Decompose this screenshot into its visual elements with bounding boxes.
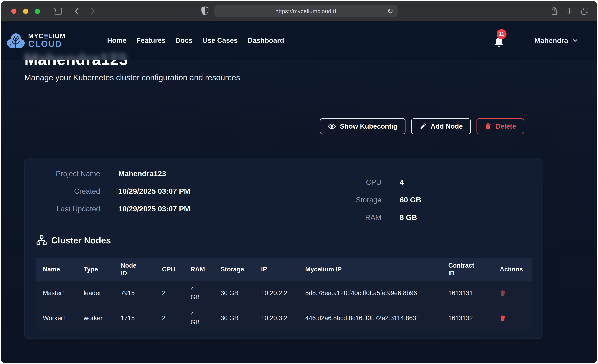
back-button-icon[interactable] <box>74 7 81 16</box>
storage-label: Storage <box>290 196 382 204</box>
node-row-worker1: Worker1 worker 1715 2 4 GB 30 GB 10.20.3… <box>36 305 532 331</box>
project-name-label: Project Name <box>25 170 100 178</box>
cell-node-id: 7915 <box>114 281 156 305</box>
page-subtitle: Manage your Kubernetes cluster configura… <box>25 73 240 82</box>
pencil-icon <box>419 123 427 130</box>
window-controls <box>11 9 40 14</box>
chevron-down-icon <box>572 37 578 44</box>
cluster-nodes-heading: Cluster Nodes <box>36 235 111 245</box>
page-title-blur-ghost: Mahendra123 <box>25 51 126 60</box>
user-menu[interactable]: Mahendra <box>534 36 578 45</box>
notification-count-badge: 11 <box>497 29 507 39</box>
cell-name: Master1 <box>36 281 77 305</box>
screenshot-root: https://myceliumcloud.tf ↻ <box>0 0 598 364</box>
cell-cpu: 2 <box>156 305 184 331</box>
tab-overview-icon[interactable] <box>581 7 589 15</box>
nav-item-docs[interactable]: Docs <box>175 36 192 44</box>
minimize-window-button[interactable] <box>23 9 28 14</box>
cell-contract-id: 1613131 <box>442 281 493 305</box>
cell-mycelium-ip: 5d8:78ea:a120:f40c:ff0f:a5fe:99e6:8b96 <box>299 281 442 305</box>
cell-contract-id: 1613132 <box>442 305 493 331</box>
eye-icon <box>328 122 336 130</box>
cell-actions <box>493 281 532 305</box>
site-navbar: Mahendra123 <box>1 21 597 60</box>
add-node-label: Add Node <box>431 123 463 130</box>
project-name-value: Mahendra123 <box>118 169 166 178</box>
delete-label: Delete <box>496 123 516 130</box>
nav-item-dashboard[interactable]: Dashboard <box>248 36 284 44</box>
col-header-storage: Storage <box>214 258 255 281</box>
delete-node-button[interactable] <box>500 290 506 297</box>
cell-ip: 10.20.2.2 <box>255 281 299 305</box>
cell-ip: 10.20.3.2 <box>255 305 299 331</box>
delete-node-button[interactable] <box>500 315 506 322</box>
cell-storage: 30 GB <box>214 281 255 305</box>
add-node-button[interactable]: Add Node <box>411 118 471 134</box>
logo-wordmark: MYCLIUM CLOUD <box>28 33 66 48</box>
share-icon[interactable] <box>550 7 558 16</box>
trash-icon <box>485 123 492 130</box>
show-kubeconfig-button[interactable]: Show Kubeconfig <box>320 118 406 134</box>
col-header-type: Type <box>77 258 114 281</box>
cell-mycelium-ip: 446:d2a6:8bcd:8c16:ff0f:72e2:3114:863f <box>299 305 442 331</box>
last-updated-value: 10/29/2025 03:07 PM <box>118 205 190 213</box>
ram-value: 8 GB <box>400 213 417 222</box>
ram-label: RAM <box>290 213 382 222</box>
table-header-row: Name Type Node ID CPU RAM Storage IP Myc… <box>36 258 532 281</box>
nav-item-home[interactable]: Home <box>107 36 126 44</box>
col-header-contract-id: Contract ID <box>442 258 493 281</box>
logo-line1-post: LIUM <box>48 33 66 39</box>
cell-storage: 30 GB <box>214 305 255 331</box>
cell-cpu: 2 <box>156 281 184 305</box>
address-bar[interactable]: https://myceliumcloud.tf ↻ <box>214 5 398 17</box>
cell-type: leader <box>77 281 114 305</box>
cell-ram: 4 GB <box>184 281 214 305</box>
new-tab-icon[interactable] <box>565 7 573 15</box>
browser-window: https://myceliumcloud.tf ↻ <box>1 1 597 363</box>
created-value: 10/29/2025 03:07 PM <box>118 187 190 196</box>
col-header-cpu: CPU <box>156 258 184 281</box>
cell-name: Worker1 <box>36 305 77 331</box>
logo-line1-pre: MYC <box>28 33 44 39</box>
show-kubeconfig-label: Show Kubeconfig <box>340 123 397 130</box>
delete-cluster-button[interactable]: Delete <box>476 118 524 134</box>
nav-item-use-cases[interactable]: Use Cases <box>202 36 238 44</box>
network-hierarchy-icon <box>36 235 47 245</box>
cell-ram: 4 GB <box>184 305 214 331</box>
cell-type: worker <box>77 305 114 331</box>
cell-actions <box>493 305 532 331</box>
logo-line2: CLOUD <box>28 40 66 48</box>
cluster-actions: Show Kubeconfig Add Node <box>25 118 524 134</box>
cluster-info: Project Name Mahendra123 CPU 4 Created 1… <box>25 169 543 222</box>
sidebar-toggle-icon[interactable] <box>54 8 62 15</box>
col-header-ram: RAM <box>184 258 214 281</box>
page-viewport: Mahendra123 Mahendra123 <box>1 21 597 363</box>
cluster-nodes-title: Cluster Nodes <box>51 235 111 245</box>
close-window-button[interactable] <box>11 9 17 14</box>
last-updated-label: Last Updated <box>25 205 100 213</box>
url-text: https://myceliumcloud.tf <box>275 8 336 14</box>
notifications-button[interactable]: 11 <box>494 36 505 49</box>
col-header-mycelium-ip: Mycelium IP <box>299 258 442 281</box>
reload-icon[interactable]: ↻ <box>387 8 393 15</box>
logo-e-bars <box>44 34 48 39</box>
cluster-nodes-table: Name Type Node ID CPU RAM Storage IP Myc… <box>36 258 532 331</box>
forward-button-icon[interactable] <box>89 7 96 16</box>
created-label: Created <box>25 187 100 195</box>
storage-value: 60 GB <box>400 196 421 204</box>
site-logo[interactable]: MYCLIUM CLOUD <box>6 32 66 49</box>
col-header-ip: IP <box>255 258 299 281</box>
user-name: Mahendra <box>534 36 568 45</box>
browser-toolbar: https://myceliumcloud.tf ↻ <box>1 1 597 21</box>
cluster-details-card: Project Name Mahendra123 CPU 4 Created 1… <box>25 158 543 339</box>
mycelium-cloud-logo-icon <box>6 32 25 49</box>
col-header-node-id: Node ID <box>114 258 156 281</box>
cpu-label: CPU <box>290 178 382 186</box>
col-header-actions: Actions <box>493 258 532 281</box>
privacy-shield-icon[interactable] <box>200 6 209 16</box>
zoom-window-button[interactable] <box>35 9 40 14</box>
nav-item-features[interactable]: Features <box>136 36 166 44</box>
col-header-name: Name <box>36 258 77 281</box>
primary-nav: Home Features Docs Use Cases Dashboard <box>107 36 284 44</box>
cell-node-id: 1715 <box>114 305 156 331</box>
